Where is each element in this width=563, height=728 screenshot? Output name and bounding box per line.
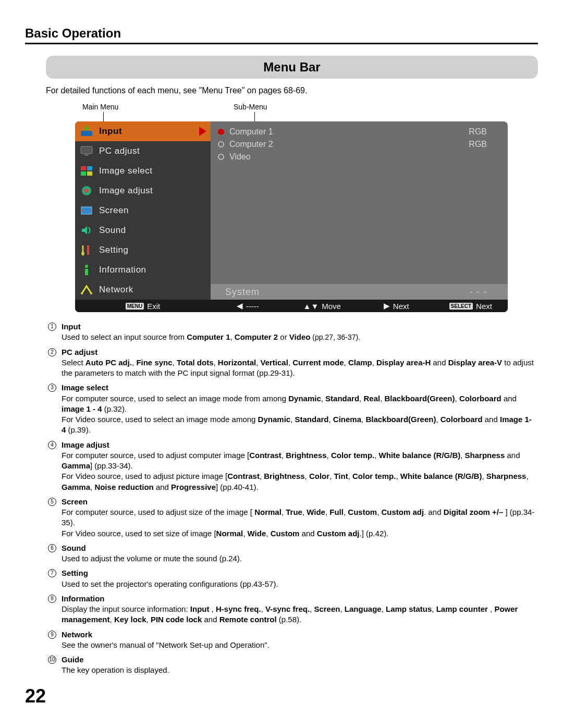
menu-label: Sound	[99, 225, 126, 236]
intro-text: For detailed functions of each menu, see…	[46, 86, 538, 95]
radio-empty-icon	[218, 154, 224, 160]
desc-number: 2	[48, 348, 56, 356]
guide-exit: Exit	[147, 302, 160, 311]
desc-item: 8InformationDisplay the input source inf…	[48, 594, 538, 625]
desc-body: Image selectFor computer source, used to…	[62, 382, 538, 435]
desc-item: 7SettingUsed to set the projector's oper…	[48, 568, 538, 589]
desc-number: 6	[48, 544, 56, 552]
monitor-icon	[79, 144, 94, 158]
desc-item: 3Image selectFor computer source, used t…	[48, 382, 538, 435]
desc-number: 4	[48, 441, 56, 449]
svg-rect-3	[81, 166, 86, 170]
radio-filled-icon	[218, 129, 224, 135]
submenu-label: Computer 1	[229, 127, 273, 137]
submenu-row[interactable]: Computer 2 RGB	[211, 138, 508, 151]
label-main-menu: Main Menu	[82, 103, 118, 111]
desc-body: ScreenFor computer source, used to adjus…	[62, 497, 538, 539]
svg-rect-4	[87, 166, 92, 170]
desc-number: 10	[48, 656, 56, 664]
desc-body: PC adjustSelect Auto PC adj., Fine sync,…	[62, 347, 538, 379]
menu-label: Setting	[99, 245, 128, 255]
desc-title: Sound	[62, 543, 538, 553]
input-icon	[79, 125, 94, 138]
info-icon	[79, 263, 94, 277]
tools-icon	[79, 243, 94, 257]
updown-icon: ▲▼	[303, 302, 319, 311]
submenu-row[interactable]: Computer 1 RGB	[211, 126, 508, 138]
menu-label: PC adjust	[99, 146, 140, 156]
guide-next: Next	[393, 302, 409, 311]
network-icon	[79, 283, 94, 297]
svg-rect-10	[87, 245, 89, 255]
desc-item: 4Image adjustFor computer source, used t…	[48, 440, 538, 492]
menu-item-screen[interactable]: Screen	[75, 201, 211, 220]
desc-item: 2PC adjustSelect Auto PC adj., Fine sync…	[48, 347, 538, 379]
desc-item: 6SoundUsed to adjust the volume or mute …	[48, 543, 538, 564]
desc-title: Image adjust	[62, 440, 538, 450]
guide-next2: Next	[476, 302, 492, 311]
system-value: - - -	[470, 287, 487, 298]
submenu-row[interactable]: Video	[211, 151, 508, 163]
menu-item-network[interactable]: Network	[75, 280, 211, 300]
menu-item-pc-adjust[interactable]: PC adjust	[75, 141, 211, 161]
desc-body: NetworkSee the owner's manual of "Networ…	[62, 630, 538, 651]
svg-rect-5	[81, 171, 86, 176]
page-number: 22	[25, 685, 46, 707]
system-label: System	[225, 287, 260, 298]
desc-body: SoundUsed to adjust the volume or mute t…	[62, 543, 538, 564]
select-tag: SELECT	[449, 303, 473, 310]
menu-label: Screen	[99, 205, 129, 216]
desc-title: Information	[62, 594, 538, 604]
desc-item: 1InputUsed to select an input source fro…	[48, 322, 538, 343]
desc-text: For computer source, used to adjust size…	[62, 507, 538, 539]
main-menu: Input PC adjust Image select	[75, 121, 211, 312]
submenu-label: Computer 2	[229, 140, 273, 149]
desc-text: See the owner's manual of "Network Set-u…	[62, 640, 538, 650]
desc-body: Image adjustFor computer source, used to…	[62, 440, 538, 492]
svg-point-14	[90, 292, 92, 294]
guide-move: Move	[322, 302, 341, 311]
desc-body: InformationDisplay the input source info…	[62, 594, 538, 625]
desc-title: Guide	[62, 655, 538, 665]
desc-body: SettingUsed to set the projector's opera…	[62, 568, 538, 589]
menu-tag: MENU	[126, 303, 144, 310]
menu-item-sound[interactable]: Sound	[75, 220, 211, 240]
svg-rect-6	[87, 171, 92, 176]
adjust-icon	[79, 184, 94, 198]
menu-label: Image select	[99, 166, 152, 176]
sub-menu-panel: Computer 1 RGB Computer 2 RGB Video Syst…	[211, 121, 508, 312]
submenu-value: RGB	[469, 127, 487, 137]
screen-icon	[79, 204, 94, 217]
desc-item: 10GuideThe key operation is displayed.	[48, 655, 538, 676]
desc-text: Used to set the projector's operating co…	[62, 579, 538, 589]
submenu-value: RGB	[469, 140, 487, 149]
menu-item-image-select[interactable]: Image select	[75, 161, 211, 181]
menu-label: Network	[99, 285, 133, 295]
svg-rect-0	[81, 131, 92, 136]
desc-text: Used to select an input source from Comp…	[62, 332, 538, 342]
label-sub-menu: Sub-Menu	[234, 103, 267, 111]
menu-item-information[interactable]: Information	[75, 260, 211, 280]
menu-label: Information	[99, 265, 146, 275]
menu-item-setting[interactable]: Setting	[75, 240, 211, 260]
menu-item-input[interactable]: Input	[75, 121, 211, 141]
triangle-left-icon: ◀	[237, 301, 243, 311]
desc-text: Used to adjust the volume or mute the so…	[62, 553, 538, 564]
desc-text: For computer source, used to select an i…	[62, 393, 538, 436]
system-row: System - - -	[211, 284, 508, 300]
menu-item-image-adjust[interactable]: Image adjust	[75, 181, 211, 201]
page-title: Menu Bar	[46, 56, 538, 79]
desc-text: Select Auto PC adj., Fine sync, Total do…	[62, 357, 538, 379]
svg-point-8	[84, 189, 89, 193]
desc-body: InputUsed to select an input source from…	[62, 322, 538, 343]
submenu-label: Video	[229, 152, 251, 162]
svg-rect-1	[81, 146, 92, 154]
desc-number: 9	[48, 631, 56, 639]
desc-text: Display the input source information: In…	[62, 604, 538, 625]
desc-title: Image select	[62, 382, 538, 393]
desc-text: The key operation is displayed.	[62, 665, 538, 675]
desc-item: 5ScreenFor computer source, used to adju…	[48, 497, 538, 539]
triangle-right-icon: ▶	[384, 301, 390, 311]
desc-number: 1	[48, 323, 56, 331]
palette-icon	[79, 164, 94, 178]
